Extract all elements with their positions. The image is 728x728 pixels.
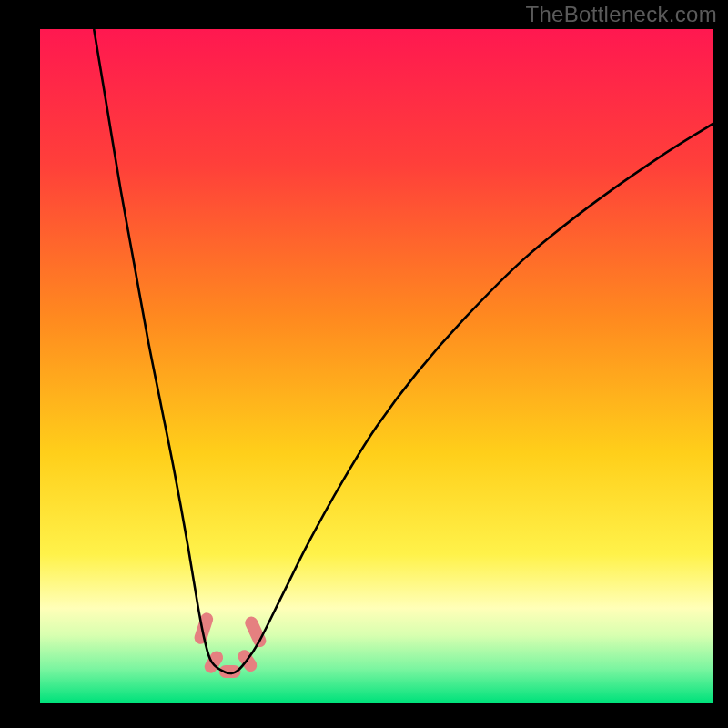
- gradient-background: [40, 29, 713, 703]
- plot-area: [40, 29, 713, 703]
- watermark-text: TheBottleneck.com: [525, 2, 717, 27]
- svg-rect-0: [40, 29, 713, 703]
- chart-frame: TheBottleneck.com: [0, 0, 728, 728]
